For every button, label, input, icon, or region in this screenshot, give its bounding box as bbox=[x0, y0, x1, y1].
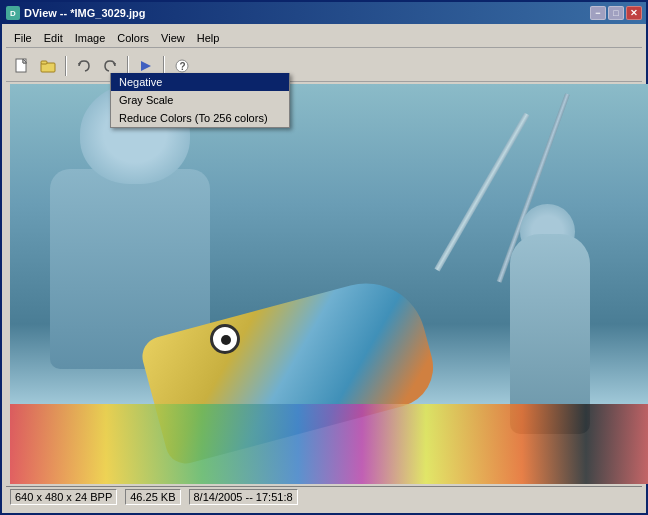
title-bar: D DView -- *IMG_3029.jpg − □ ✕ bbox=[2, 2, 646, 24]
title-bar-buttons: − □ ✕ bbox=[590, 6, 642, 20]
open-button[interactable] bbox=[36, 55, 60, 77]
title-bar-left: D DView -- *IMG_3029.jpg bbox=[6, 6, 145, 20]
toolbar: ? bbox=[6, 50, 642, 82]
svg-rect-2 bbox=[41, 61, 47, 64]
menu-file[interactable]: File bbox=[8, 30, 38, 46]
window-title: DView -- *IMG_3029.jpg bbox=[24, 7, 145, 19]
minimize-button[interactable]: − bbox=[590, 6, 606, 20]
menu-view[interactable]: View bbox=[155, 30, 191, 46]
menu-negative[interactable]: Negative bbox=[111, 73, 289, 91]
status-filesize: 46.25 KB bbox=[125, 489, 180, 505]
status-dimensions: 640 x 480 x 24 BPP bbox=[10, 489, 117, 505]
menu-grayscale[interactable]: Gray Scale bbox=[111, 91, 289, 109]
colors-dropdown: Negative Gray Scale Reduce Colors (To 25… bbox=[110, 73, 290, 128]
image-area bbox=[10, 84, 648, 484]
close-button[interactable]: ✕ bbox=[626, 6, 642, 20]
app-icon: D bbox=[6, 6, 20, 20]
undo-button[interactable] bbox=[72, 55, 96, 77]
menu-colors[interactable]: Colors bbox=[111, 30, 155, 46]
maximize-button[interactable]: □ bbox=[608, 6, 624, 20]
svg-marker-5 bbox=[141, 61, 151, 71]
fish-eye bbox=[210, 324, 240, 354]
image-scene bbox=[10, 84, 648, 484]
new-button[interactable] bbox=[10, 55, 34, 77]
status-bar: 640 x 480 x 24 BPP 46.25 KB 8/14/2005 --… bbox=[6, 486, 642, 506]
toolbar-separator-1 bbox=[65, 56, 67, 76]
menu-reduce-colors[interactable]: Reduce Colors (To 256 colors) bbox=[111, 109, 289, 127]
menu-edit[interactable]: Edit bbox=[38, 30, 69, 46]
status-datetime: 8/14/2005 -- 17:51:8 bbox=[189, 489, 298, 505]
menu-bar: File Edit Image Colors View Help Negativ… bbox=[6, 28, 642, 48]
window-content: File Edit Image Colors View Help Negativ… bbox=[2, 24, 646, 513]
menu-image[interactable]: Image bbox=[69, 30, 112, 46]
svg-text:?: ? bbox=[180, 61, 186, 72]
main-window: D DView -- *IMG_3029.jpg − □ ✕ File Edit… bbox=[0, 0, 648, 515]
menu-help[interactable]: Help bbox=[191, 30, 226, 46]
bottom-colorful-area bbox=[10, 404, 648, 484]
